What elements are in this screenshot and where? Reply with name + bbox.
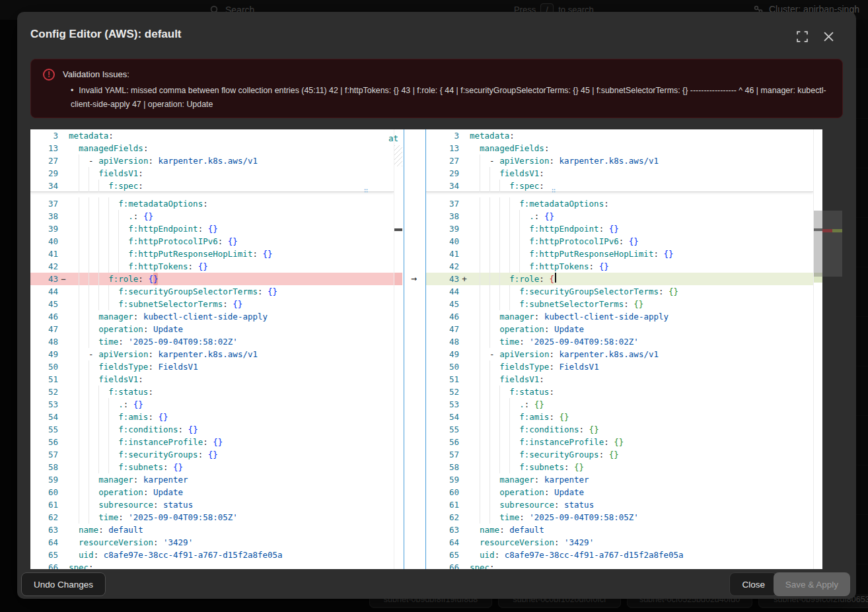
yaml-value: karpenter.k8s.aws/v1	[559, 348, 659, 360]
code-line-modified-61[interactable]: 61subresource: status	[426, 498, 813, 511]
code-line-modified-65[interactable]: 65uid: c8afe97e-38cc-4f91-a767-d15f2a8fe…	[426, 549, 813, 561]
code-line-original-52[interactable]: 52f:status:	[30, 386, 394, 398]
code-line-modified-53[interactable]: 53.: {}	[426, 398, 813, 411]
code-line-original-61[interactable]: 61subresource: status	[30, 498, 394, 511]
code-line-modified-27[interactable]: 27- apiVersion: karpenter.k8s.aws/v1	[426, 154, 813, 167]
indent-guide	[79, 285, 89, 298]
code-line-original-3[interactable]: 3metadata:	[30, 129, 394, 142]
code-line-modified-39[interactable]: 39f:httpEndpoint: {}	[426, 222, 813, 235]
line-number: 62	[426, 511, 459, 524]
code-line-original-38[interactable]: 38.: {}	[30, 210, 394, 222]
yaml-value: {}	[664, 248, 674, 260]
diff-sign	[459, 536, 470, 549]
code-line-modified-13[interactable]: 13managedFields:	[426, 142, 813, 154]
code-line-original-27[interactable]: 27- apiVersion: karpenter.k8s.aws/v1	[30, 154, 394, 167]
diff-sign	[58, 167, 69, 180]
code-line-original-47[interactable]: 47operation: Update	[30, 323, 394, 335]
code-line-modified-29[interactable]: 29fieldsV1:	[426, 167, 813, 180]
code-line-original-37[interactable]: 37f:metadataOptions:	[30, 197, 394, 210]
code-line-original-51[interactable]: 51fieldsV1:	[30, 373, 394, 386]
code-line-modified-58[interactable]: 58f:subnets: {}	[426, 461, 813, 473]
space	[258, 248, 263, 260]
code-line-original-40[interactable]: 40f:httpProtocolIPv6: {}	[30, 235, 394, 248]
code-line-original-57[interactable]: 57f:securityGroups: {}	[30, 448, 394, 461]
code-line-original-46[interactable]: 46manager: kubectl-client-side-apply	[30, 310, 394, 323]
code-line-modified-51[interactable]: 51fieldsV1:	[426, 373, 813, 386]
code-line-modified-44[interactable]: 44f:securityGroupSelectorTerms: {}	[426, 285, 813, 298]
close-dialog-button[interactable]	[822, 30, 835, 43]
expand-region-icon[interactable]: ∷	[552, 187, 556, 194]
indent-guide	[480, 335, 489, 348]
code-line-original-64[interactable]: 64resourceVersion: '3429'	[30, 536, 394, 549]
colon: :	[138, 180, 143, 192]
code-line-original-62[interactable]: 62time: '2025-09-04T09:58:05Z'	[30, 511, 394, 524]
yaml-value: default	[108, 524, 143, 536]
code-line-modified-60[interactable]: 60operation: Update	[426, 486, 813, 498]
code-line-modified-41[interactable]: 41f:httpPutResponseHopLimit: {}	[426, 248, 813, 260]
code-line-original-49[interactable]: 49- apiVersion: karpenter.k8s.aws/v1	[30, 348, 394, 360]
close-button[interactable]: Close	[729, 572, 778, 596]
code-line-original-55[interactable]: 55f:conditions: {}	[30, 423, 394, 436]
expand-region-icon[interactable]: ∷	[364, 187, 369, 194]
diff-sign	[459, 235, 470, 248]
code-line-original-34[interactable]: 34f:spec:	[30, 180, 394, 192]
code-line-modified-34[interactable]: 34f:spec:	[426, 180, 813, 192]
code-line-original-41[interactable]: 41f:httpPutResponseHopLimit: {}	[30, 248, 394, 260]
code-line-original-53[interactable]: 53.: {}	[30, 398, 394, 411]
indent-guide	[89, 398, 98, 411]
code-line-original-54[interactable]: 54f:amis: {}	[30, 411, 394, 423]
code-line-modified-48[interactable]: 48time: '2025-09-04T09:58:02Z'	[426, 335, 813, 348]
undo-changes-button[interactable]: Undo Changes	[21, 572, 106, 596]
code-line-modified-37[interactable]: 37f:metadataOptions:	[426, 197, 813, 210]
code-line-original-43[interactable]: 43−f:role: {}	[30, 273, 394, 285]
code-line-original-39[interactable]: 39f:httpEndpoint: {}	[30, 222, 394, 235]
fullscreen-button[interactable]	[795, 30, 809, 43]
code-line-original-29[interactable]: 29fieldsV1:	[30, 167, 394, 180]
code-line-original-58[interactable]: 58f:subnets: {}	[30, 461, 394, 473]
code-line-modified-3[interactable]: 3metadata:	[426, 129, 813, 142]
code-line-modified-50[interactable]: 50fieldsType: FieldsV1	[426, 360, 813, 373]
code-line-original-42[interactable]: 42f:httpTokens: {}	[30, 260, 394, 273]
code-line-modified-66[interactable]: 66spec:	[426, 561, 813, 569]
code-line-original-13[interactable]: 13managedFields:	[30, 142, 394, 154]
code-line-original-60[interactable]: 60operation: Update	[30, 486, 394, 498]
modified-editor-pane[interactable]: 37f:metadataOptions:38.: {}39f:httpEndpo…	[426, 129, 813, 569]
yaml-key: f:securityGroupSelectorTerms	[519, 285, 659, 298]
code-line-modified-59[interactable]: 59manager: karpenter	[426, 473, 813, 486]
yaml-key: manager	[98, 473, 133, 486]
code-line-modified-42[interactable]: 42f:httpTokens: {}	[426, 260, 813, 273]
code-line-modified-56[interactable]: 56f:instanceProfile: {}	[426, 436, 813, 448]
code-line-original-65[interactable]: 65uid: c8afe97e-38cc-4f91-a767-d15f2a8fe…	[30, 549, 394, 561]
code-line-original-48[interactable]: 48time: '2025-09-04T09:58:02Z'	[30, 335, 394, 348]
code-line-original-63[interactable]: 63name: default	[30, 524, 394, 536]
code-line-modified-49[interactable]: 49- apiVersion: karpenter.k8s.aws/v1	[426, 348, 813, 360]
yaml-diff-editor[interactable]: 37f:metadataOptions:38.: {}39f:httpEndpo…	[30, 129, 822, 569]
code-line-modified-55[interactable]: 55f:conditions: {}	[426, 423, 813, 436]
editor-scrollbar-thumb[interactable]	[814, 211, 822, 277]
modal-scrollbar-thumb[interactable]	[822, 211, 842, 277]
code-line-modified-63[interactable]: 63name: default	[426, 524, 813, 536]
revert-change-arrow[interactable]: →	[402, 273, 426, 285]
code-line-original-50[interactable]: 50fieldsType: FieldsV1	[30, 360, 394, 373]
code-line-modified-57[interactable]: 57f:securityGroups: {}	[426, 448, 813, 461]
code-line-modified-46[interactable]: 46manager: kubectl-client-side-apply	[426, 310, 813, 323]
code-line-original-45[interactable]: 45f:subnetSelectorTerms: {}	[30, 298, 394, 310]
code-line-modified-47[interactable]: 47operation: Update	[426, 323, 813, 335]
diff-sign	[58, 536, 69, 549]
original-editor-pane[interactable]: 37f:metadataOptions:38.: {}39f:httpEndpo…	[30, 129, 394, 569]
code-line-modified-54[interactable]: 54f:amis: {}	[426, 411, 813, 423]
yaml-value: default	[509, 524, 544, 536]
code-line-modified-45[interactable]: 45f:subnetSelectorTerms: {}	[426, 298, 813, 310]
code-line-modified-64[interactable]: 64resourceVersion: '3429'	[426, 536, 813, 549]
line-number: 45	[30, 298, 58, 310]
code-line-modified-62[interactable]: 62time: '2025-09-04T09:58:05Z'	[426, 511, 813, 524]
code-line-original-66[interactable]: 66spec:	[30, 561, 394, 569]
code-line-modified-52[interactable]: 52f:status:	[426, 386, 813, 398]
indent-guide	[89, 180, 98, 192]
code-line-original-56[interactable]: 56f:instanceProfile: {}	[30, 436, 394, 448]
code-line-original-44[interactable]: 44f:securityGroupSelectorTerms: {}	[30, 285, 394, 298]
code-line-modified-43[interactable]: 43+f:role: {	[426, 273, 813, 285]
code-line-modified-40[interactable]: 40f:httpProtocolIPv6: {}	[426, 235, 813, 248]
code-line-original-59[interactable]: 59manager: karpenter	[30, 473, 394, 486]
code-line-modified-38[interactable]: 38.: {}	[426, 210, 813, 222]
